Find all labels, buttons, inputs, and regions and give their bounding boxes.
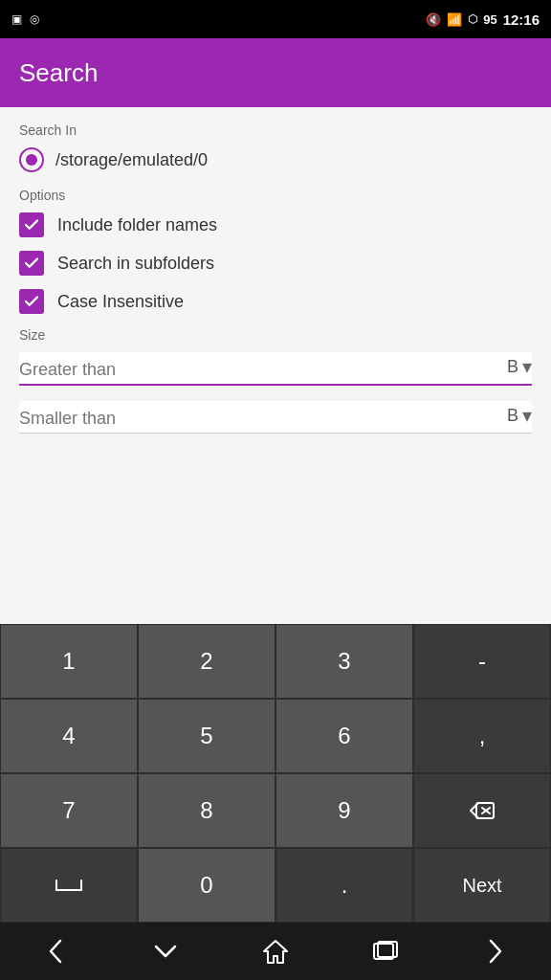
- key-7[interactable]: 7: [0, 773, 138, 848]
- key-3[interactable]: 3: [276, 624, 413, 699]
- key-period[interactable]: .: [276, 848, 413, 923]
- smaller-than-dropdown-icon[interactable]: ▾: [522, 404, 532, 427]
- key-4[interactable]: 4: [0, 699, 138, 773]
- smaller-than-row: B ▾: [19, 401, 532, 434]
- keyboard-row-4: 0 . Next: [0, 848, 551, 923]
- clock: 12:16: [503, 11, 540, 28]
- keyboard-row-1: 1 2 3 -: [0, 624, 551, 699]
- checkbox-case-insensitive[interactable]: Case Insensitive: [19, 289, 532, 314]
- case-insensitive-label: Case Insensitive: [57, 292, 184, 312]
- status-bar: ▣ ◎ 🔇 📶 ⬡ 95 12:16: [0, 0, 551, 38]
- checkbox-case[interactable]: [19, 289, 44, 314]
- search-path: /storage/emulated/0: [55, 150, 208, 170]
- svg-marker-3: [264, 941, 287, 963]
- status-bar-right: 🔇 📶 ⬡ 95 12:16: [426, 11, 540, 28]
- search-in-row[interactable]: /storage/emulated/0: [19, 147, 532, 172]
- key-5[interactable]: 5: [138, 699, 276, 773]
- search-in-label: Search In: [19, 122, 532, 138]
- key-0[interactable]: 0: [138, 848, 276, 923]
- keyboard-row-3: 7 8 9: [0, 773, 551, 848]
- options-label: Options: [19, 188, 532, 203]
- battery-icon: ⬡: [468, 12, 477, 26]
- greater-than-input[interactable]: [19, 352, 496, 384]
- screen-icon: ▣: [11, 12, 22, 26]
- checkbox-subfolders[interactable]: Search in subfolders: [19, 251, 532, 276]
- key-9[interactable]: 9: [276, 773, 413, 848]
- greater-than-dropdown-icon[interactable]: ▾: [522, 355, 532, 378]
- key-1[interactable]: 1: [0, 624, 138, 699]
- greater-than-unit-wrap[interactable]: B ▾: [496, 355, 532, 386]
- wifi-icon: 📶: [447, 12, 462, 27]
- key-space[interactable]: [0, 848, 138, 923]
- mute-icon: 🔇: [426, 12, 441, 27]
- key-6[interactable]: 6: [276, 699, 413, 773]
- radio-button[interactable]: [19, 147, 44, 172]
- keyboard-row-2: 4 5 6 ,: [0, 699, 551, 773]
- smaller-than-input-wrap: [19, 401, 496, 434]
- smaller-than-input[interactable]: [19, 401, 496, 433]
- nav-down-button[interactable]: [137, 932, 194, 970]
- app-bar: Search: [0, 38, 551, 107]
- key-dash[interactable]: -: [413, 624, 551, 699]
- radio-inner: [26, 154, 37, 166]
- checkbox-folder-names[interactable]: Include folder names: [19, 212, 532, 237]
- greater-than-row: B ▾: [19, 352, 532, 386]
- greater-than-input-wrap: [19, 352, 496, 386]
- status-bar-left: ▣ ◎: [11, 12, 39, 26]
- greater-than-unit: B: [507, 357, 518, 377]
- nav-recents-button[interactable]: [357, 932, 414, 970]
- shield-icon: ◎: [30, 12, 39, 26]
- nav-forward-button[interactable]: [467, 932, 524, 970]
- key-backspace[interactable]: [413, 773, 551, 848]
- include-folder-names-label: Include folder names: [57, 215, 217, 235]
- content-area: Search In /storage/emulated/0 Options In…: [0, 107, 551, 624]
- search-subfolders-label: Search in subfolders: [57, 254, 214, 274]
- next-button[interactable]: Next: [413, 848, 551, 923]
- app-bar-title: Search: [19, 58, 98, 88]
- nav-back-button[interactable]: [27, 932, 84, 970]
- nav-bar: [0, 923, 551, 980]
- size-label: Size: [19, 327, 532, 343]
- checkbox-include-folder[interactable]: [19, 212, 44, 237]
- key-comma[interactable]: ,: [413, 699, 551, 773]
- battery-level: 95: [483, 12, 496, 27]
- key-8[interactable]: 8: [138, 773, 276, 848]
- smaller-than-unit-wrap[interactable]: B ▾: [496, 404, 532, 434]
- key-2[interactable]: 2: [138, 624, 276, 699]
- checkbox-search-subfolders[interactable]: [19, 251, 44, 276]
- nav-home-button[interactable]: [247, 932, 304, 970]
- smaller-than-unit: B: [507, 406, 518, 426]
- numeric-keyboard: 1 2 3 - 4 5 6 , 7 8 9 0 .: [0, 624, 551, 923]
